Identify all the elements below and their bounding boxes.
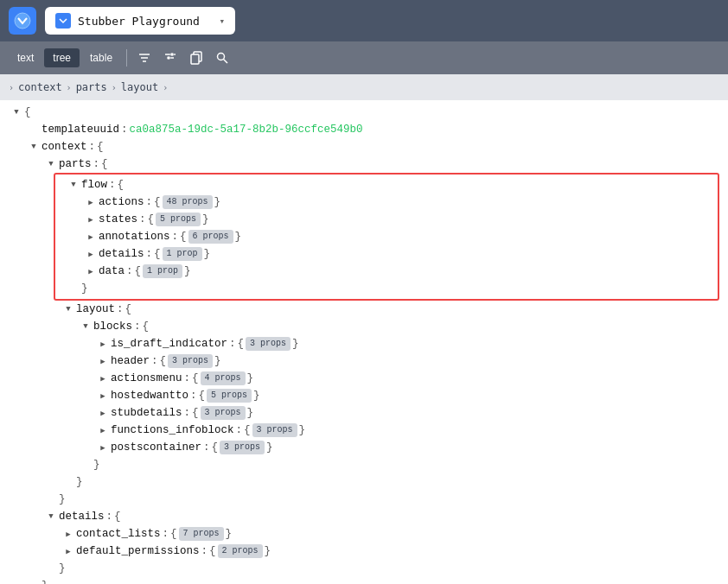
svg-rect-10 (191, 54, 199, 64)
tree-view-button[interactable]: tree (44, 48, 80, 67)
copy-icon (189, 51, 203, 65)
tree-row-postscontainer: ▶ postscontainer : { 3 props } (0, 439, 728, 456)
toggle-header[interactable]: ▶ (97, 355, 109, 367)
data-badge: 1 prop (143, 264, 182, 278)
tree-row-context-details: ▼ details : { (0, 508, 728, 525)
toggle-data[interactable]: ▶ (85, 265, 97, 277)
filter1-button[interactable] (132, 46, 156, 70)
filter1-icon (137, 51, 151, 65)
tree-row-data: ▶ data : { 1 prop } (55, 263, 718, 280)
tree-row-isdraft: ▶ is_draft_indicator : { 3 props } (0, 335, 728, 352)
toggle-layout[interactable]: ▼ (62, 303, 74, 315)
tree-row: ▼ context : { (0, 138, 728, 156)
breadcrumb-sep3: › (163, 83, 168, 92)
toggle-defaultperms[interactable]: ▶ (62, 545, 74, 557)
toggle-blocks[interactable]: ▼ (80, 321, 92, 333)
tree-content: ▼ { templateuuid : ca0a875a-19dc-5a17-8b… (0, 100, 728, 584)
tree-row-annotations: ▶ annotations : { 6 props } (55, 228, 718, 245)
tree-row-details-flow: ▶ details : { 1 prop } (55, 245, 718, 263)
tree-row-stubdetails: ▶ stubdetails : { 3 props } (0, 404, 728, 422)
toggle-context-details[interactable]: ▼ (45, 511, 57, 523)
actions-badge: 48 props (163, 195, 213, 209)
app-logo-icon (9, 7, 36, 35)
breadcrumb-sep1: › (67, 83, 72, 92)
toggle-functions-infoblock[interactable]: ▶ (97, 424, 109, 436)
search-icon (215, 51, 229, 65)
toggle-stubdetails[interactable]: ▶ (97, 407, 109, 419)
breadcrumb-sep2: › (112, 83, 117, 92)
toggle-isdraft[interactable]: ▶ (97, 338, 109, 350)
toggle-flow[interactable]: ▼ (67, 179, 80, 191)
details-flow-badge: 1 prop (163, 247, 202, 261)
breadcrumb-root-arrow: › (9, 83, 14, 92)
defaultperms-badge: 2 props (218, 544, 263, 558)
tree-row-hostedwantto: ▶ hostedwantto : { 5 props } (0, 387, 728, 404)
tree-row-layout: ▼ layout : { (0, 301, 728, 318)
tree-row: } (55, 280, 718, 297)
templateuuid-value: ca0a875a-19dc-5a17-8b2b-96ccfce549b0 (130, 124, 363, 136)
svg-point-0 (15, 13, 30, 29)
header-badge: 3 props (168, 354, 213, 368)
tree-row-blocks: ▼ blocks : { (0, 318, 728, 335)
tree-row: } (0, 560, 728, 577)
tree-row-defaultperms: ▶ default_permissions : { 2 props } (0, 543, 728, 560)
tree-row-flow: ▼ flow : { (55, 176, 718, 194)
toggle-details-flow[interactable]: ▶ (85, 248, 97, 260)
stubdetails-badge: 3 props (201, 406, 246, 420)
toggle-actions[interactable]: ▶ (85, 196, 97, 208)
svg-point-11 (218, 54, 225, 60)
toolbar: text tree table (0, 41, 728, 74)
hostedwantto-badge: 5 props (207, 389, 252, 403)
toggle-contactlists[interactable]: ▶ (62, 528, 74, 540)
states-badge: 5 props (156, 213, 201, 226)
toggle-annotations[interactable]: ▶ (85, 231, 97, 243)
breadcrumb-context[interactable]: context (18, 81, 62, 93)
tree-row: ▼ { (0, 104, 728, 121)
functions-infoblock-badge: 3 props (252, 423, 297, 437)
tree-row: templateuuid : ca0a875a-19dc-5a17-8b2b-9… (0, 121, 728, 138)
tree-row-header: ▶ header : { 3 props } (0, 352, 728, 370)
breadcrumb: › context › parts › layout › (0, 74, 728, 100)
tree-row: } (0, 473, 728, 491)
svg-point-8 (167, 56, 170, 60)
toggle-parts[interactable]: ▼ (45, 158, 57, 170)
toggle-context[interactable]: ▼ (28, 141, 40, 153)
breadcrumb-parts[interactable]: parts (76, 81, 107, 93)
tree-row-actions: ▶ actions : { 48 props } (55, 194, 718, 211)
postscontainer-badge: 3 props (220, 441, 265, 454)
toggle-hostedwantto[interactable]: ▶ (97, 390, 109, 402)
svg-line-12 (224, 60, 228, 64)
toggle-root[interactable]: ▼ (10, 106, 22, 118)
tree-row: } (0, 577, 728, 584)
isdraft-badge: 3 props (246, 337, 291, 351)
svg-point-7 (170, 53, 174, 56)
tree-row-contactlists: ▶ contact_lists : { 7 props } (0, 525, 728, 543)
search-button[interactable] (210, 46, 234, 70)
contactlists-badge: 7 props (179, 527, 224, 541)
text-view-button[interactable]: text (9, 48, 42, 67)
breadcrumb-layout[interactable]: layout (121, 81, 158, 93)
tree-row-states: ▶ states : { 5 props } (55, 211, 718, 228)
actionsmenu-badge: 4 props (201, 371, 246, 385)
tree-row-functions-infoblock: ▶ functions_infoblock : { 3 props } (0, 422, 728, 439)
app-header: Stubber Playground ▾ (0, 0, 728, 41)
filter2-button[interactable] (158, 46, 182, 70)
tree-row-actionsmenu: ▶ actionsmenu : { 4 props } (0, 370, 728, 387)
toggle-postscontainer[interactable]: ▶ (97, 441, 109, 454)
annotations-badge: 6 props (188, 230, 233, 244)
app-title-bar[interactable]: Stubber Playground ▾ (45, 7, 235, 35)
toggle-actionsmenu[interactable]: ▶ (97, 372, 109, 384)
toggle-states[interactable]: ▶ (85, 213, 97, 225)
tree-row: ▼ parts : { (0, 156, 728, 173)
table-view-button[interactable]: table (81, 48, 121, 67)
tree-row: } (0, 491, 728, 508)
copy-button[interactable] (184, 46, 208, 70)
toolbar-separator (126, 49, 127, 67)
svg-point-1 (58, 16, 68, 26)
tree-row: } (0, 456, 728, 473)
app-title: Stubber Playground (78, 15, 212, 28)
dropdown-chevron-icon: ▾ (219, 16, 225, 27)
flow-highlighted-section: ▼ flow : { ▶ actions : { 48 props } ▶ st… (54, 173, 719, 301)
app-favicon-icon (55, 13, 71, 29)
filter2-icon (163, 51, 177, 65)
